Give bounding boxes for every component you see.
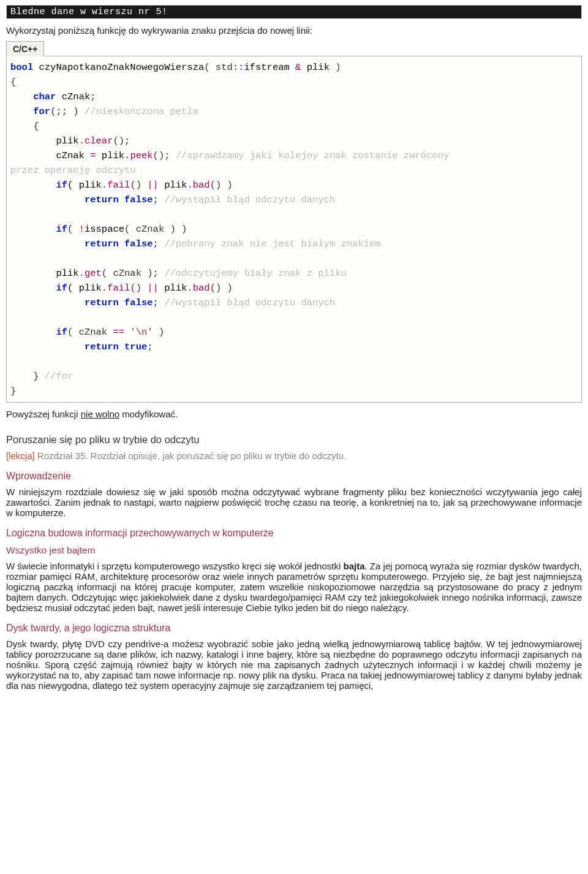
kw-false: false [119, 194, 153, 205]
indent [10, 106, 33, 117]
heading-logiczna: Logiczna budowa informacji przechowywany… [6, 528, 582, 539]
comment: //nieskończona pętla [79, 106, 198, 117]
heading-dysk: Dysk twardy, a jego logiczna struktura [6, 623, 582, 634]
punc: () [130, 180, 147, 191]
underline-txt: nie wolno [81, 409, 119, 419]
comment: //odczytujemy biały znak z pliku [159, 268, 347, 279]
lesson-tag: [lekcja] [6, 450, 35, 461]
kw-false: false [119, 297, 153, 308]
var: cZnak [56, 91, 90, 102]
call: bad [193, 283, 210, 294]
code-lang-tab: C/C++ [6, 41, 44, 56]
call: fail [107, 283, 130, 294]
or: || [147, 283, 159, 294]
punc: ( std [204, 62, 233, 73]
punc: () [130, 283, 147, 294]
comment: //pobrany znak nie jest białym znakiem [159, 238, 381, 249]
obj: plik [159, 283, 187, 294]
semi: ; [147, 341, 153, 352]
dot: . [187, 283, 192, 294]
var: cZnak [10, 150, 90, 161]
dot: . [102, 283, 107, 294]
dot: . [124, 150, 130, 161]
punc: ) [153, 327, 165, 338]
comment: //wystąpił błąd odczytu danych [159, 297, 335, 308]
eq: = [90, 150, 96, 161]
dot: . [102, 180, 107, 191]
para-wprowadzenie: W niniejszym rozdziale dowiesz się w jak… [6, 487, 582, 518]
heading-wprowadzenie: Wprowadzenie [6, 471, 582, 482]
eqeq: == [113, 327, 124, 338]
lesson-desc: Rozdział 35. Rozdział opisuje, jak porus… [35, 450, 347, 461]
kw-char: char [33, 91, 56, 102]
comment: //for [39, 371, 74, 382]
semi: ; [90, 91, 96, 102]
fn: isspace [85, 224, 124, 235]
heading-bajt: Wszystko jest bajtem [6, 545, 582, 556]
punc: ( cZnak [67, 327, 113, 338]
punc: (); [153, 150, 170, 161]
comment: //wystąpił błąd odczytu danych [159, 194, 335, 205]
kw-if: if [56, 180, 67, 191]
kw-if: if [56, 224, 67, 235]
punc: ) [335, 62, 341, 73]
para-dysk: Dysk twardy, płytę DVD czy pendrive-a mo… [6, 639, 582, 691]
obj: plik [10, 135, 79, 146]
kw-false: false [119, 238, 153, 249]
or: || [147, 180, 159, 191]
para-bajt: W świecie informatyki i sprzętu komputer… [6, 561, 582, 613]
punc: () ) [210, 283, 233, 294]
obj: plik [10, 268, 79, 279]
kw-return: return [85, 341, 119, 352]
kw-true: true [119, 341, 148, 352]
txt: modyfikować. [119, 409, 178, 419]
str: '\n' [124, 327, 153, 338]
fn-name: czyNapotkanoZnakNowegoWiersza [33, 62, 204, 73]
punc: () ) [210, 180, 233, 191]
obj: plik [96, 150, 125, 161]
punc: (); [113, 135, 130, 146]
txt: Powyższej funkcji [6, 409, 81, 419]
dot: . [79, 268, 85, 279]
kw-bool: bool [10, 62, 33, 73]
section-title-nav: Poruszanie się po pliku w trybie do odcz… [6, 434, 582, 446]
kw-return: return [85, 297, 119, 308]
type: ifstream [244, 62, 295, 73]
call: fail [107, 180, 130, 191]
after-func-note: Powyższej funkcji nie wolno modyfikować. [6, 409, 582, 419]
punc: ( [67, 224, 79, 235]
brace: { [10, 121, 39, 132]
semi: ; [153, 238, 159, 249]
call: get [85, 268, 102, 279]
call: bad [193, 180, 210, 191]
kw-if: if [56, 327, 67, 338]
dcolon: :: [233, 62, 244, 73]
param: plik [301, 62, 335, 73]
kw-for: for [33, 106, 50, 117]
kw-return: return [85, 194, 119, 205]
for-args: (;; ) [50, 106, 79, 117]
not: ! [79, 224, 85, 235]
brace: } [10, 371, 39, 382]
txt: W świecie informatyki i sprzętu komputer… [6, 561, 343, 571]
indent [10, 91, 33, 102]
lesson-line: [lekcja] Rozdział 35. Rozdział opisuje, … [6, 450, 582, 461]
args: ( cZnak ) ) [124, 224, 187, 235]
kw-if: if [56, 283, 67, 294]
obj: ( plik [67, 283, 102, 294]
call: clear [85, 135, 113, 146]
args: ( cZnak ); [102, 268, 159, 279]
intro-text: Wykorzystaj poniższą funkcję do wykrywan… [6, 25, 582, 36]
obj: plik [159, 180, 187, 191]
error-bar: Bledne dane w wierszu nr 5! [6, 5, 582, 19]
code-block: bool czyNapotkanoZnakNowegoWiersza( std:… [6, 56, 582, 403]
semi: ; [153, 194, 159, 205]
dot: . [79, 135, 85, 146]
semi: ; [153, 297, 159, 308]
kw-return: return [85, 238, 119, 249]
brace: } [10, 386, 16, 397]
dot: . [187, 180, 192, 191]
brace: { [10, 77, 16, 88]
bold-txt: bajta [343, 561, 364, 571]
call: peek [130, 150, 153, 161]
